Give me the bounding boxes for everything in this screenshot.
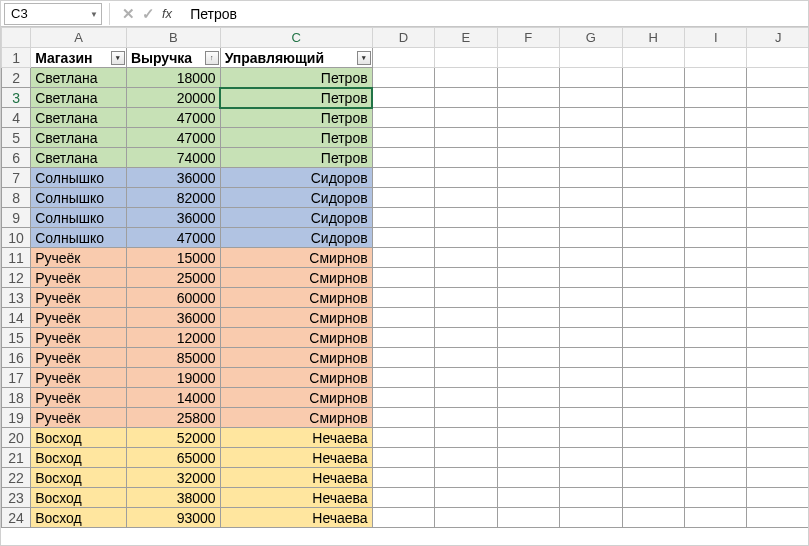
row-header[interactable]: 23 (2, 488, 31, 508)
cell[interactable] (747, 148, 809, 168)
cell[interactable]: Светлана (31, 68, 127, 88)
cell[interactable]: Солнышко (31, 168, 127, 188)
select-all-corner[interactable] (2, 28, 31, 48)
cell[interactable] (372, 268, 434, 288)
cell[interactable] (747, 488, 809, 508)
cell[interactable]: Ручеёк (31, 388, 127, 408)
cell[interactable]: 60000 (126, 288, 220, 308)
cell[interactable] (622, 508, 684, 528)
cell[interactable]: Нечаева (220, 448, 372, 468)
row-header[interactable]: 14 (2, 308, 31, 328)
cell[interactable]: Смирнов (220, 368, 372, 388)
cell[interactable] (372, 288, 434, 308)
table-header-A[interactable]: Магазин▾ (31, 48, 127, 68)
cell[interactable] (684, 268, 746, 288)
cell[interactable] (684, 488, 746, 508)
cell[interactable] (372, 368, 434, 388)
cell[interactable]: 12000 (126, 328, 220, 348)
formula-input[interactable] (182, 3, 808, 25)
cell[interactable]: Смирнов (220, 288, 372, 308)
cell[interactable]: 82000 (126, 188, 220, 208)
row-header[interactable]: 9 (2, 208, 31, 228)
cell[interactable]: 47000 (126, 228, 220, 248)
cell[interactable] (684, 48, 746, 68)
cell[interactable]: Нечаева (220, 488, 372, 508)
cell[interactable] (372, 328, 434, 348)
cell[interactable] (435, 308, 497, 328)
cell[interactable] (372, 88, 434, 108)
cell[interactable] (560, 108, 622, 128)
cell[interactable]: Петров (220, 68, 372, 88)
cell[interactable]: Солнышко (31, 188, 127, 208)
cell[interactable]: Смирнов (220, 268, 372, 288)
filter-sort-icon[interactable]: ↑ (205, 51, 219, 65)
cell[interactable] (372, 388, 434, 408)
cell[interactable]: 36000 (126, 308, 220, 328)
cell[interactable] (497, 208, 559, 228)
cell[interactable] (560, 128, 622, 148)
row-header[interactable]: 16 (2, 348, 31, 368)
cell[interactable]: Восход (31, 508, 127, 528)
cell[interactable] (684, 368, 746, 388)
cell[interactable] (622, 488, 684, 508)
cell[interactable] (372, 348, 434, 368)
cell[interactable] (435, 188, 497, 208)
cell[interactable] (684, 328, 746, 348)
cell[interactable]: 65000 (126, 448, 220, 468)
cell[interactable] (747, 448, 809, 468)
cell[interactable] (747, 248, 809, 268)
cell[interactable]: Ручеёк (31, 368, 127, 388)
cell[interactable] (435, 248, 497, 268)
cell[interactable] (622, 208, 684, 228)
row-header[interactable]: 4 (2, 108, 31, 128)
cell[interactable] (684, 408, 746, 428)
cell[interactable] (684, 128, 746, 148)
cell[interactable] (372, 228, 434, 248)
cell[interactable] (497, 268, 559, 288)
cell[interactable] (497, 468, 559, 488)
cell[interactable] (497, 428, 559, 448)
cell[interactable] (622, 268, 684, 288)
cell[interactable] (622, 148, 684, 168)
cell[interactable]: Сидоров (220, 168, 372, 188)
cell[interactable] (560, 308, 622, 328)
cell[interactable] (372, 48, 434, 68)
row-header[interactable]: 3 (2, 88, 31, 108)
cell[interactable] (497, 188, 559, 208)
cell[interactable] (684, 288, 746, 308)
cell[interactable] (684, 448, 746, 468)
cell[interactable] (372, 508, 434, 528)
cell[interactable]: 93000 (126, 508, 220, 528)
cell[interactable]: Восход (31, 468, 127, 488)
cell[interactable] (560, 448, 622, 468)
col-header-I[interactable]: I (684, 28, 746, 48)
cell[interactable]: Светлана (31, 148, 127, 168)
cell[interactable]: Светлана (31, 88, 127, 108)
cell[interactable] (435, 268, 497, 288)
fx-icon[interactable]: fx (162, 6, 172, 21)
cell[interactable] (560, 228, 622, 248)
cell[interactable] (747, 468, 809, 488)
cell[interactable] (435, 508, 497, 528)
cell[interactable]: Нечаева (220, 508, 372, 528)
cell[interactable] (560, 488, 622, 508)
cell[interactable] (497, 348, 559, 368)
cell[interactable]: Смирнов (220, 328, 372, 348)
cell[interactable] (622, 428, 684, 448)
cell[interactable] (684, 208, 746, 228)
cell[interactable] (372, 128, 434, 148)
col-header-J[interactable]: J (747, 28, 809, 48)
cell[interactable]: 19000 (126, 368, 220, 388)
row-header[interactable]: 12 (2, 268, 31, 288)
cell[interactable] (372, 488, 434, 508)
table-header-C[interactable]: Управляющий▾ (220, 48, 372, 68)
cell[interactable] (497, 508, 559, 528)
cell[interactable] (560, 68, 622, 88)
cell[interactable]: 47000 (126, 128, 220, 148)
cell[interactable]: 18000 (126, 68, 220, 88)
cell[interactable] (684, 508, 746, 528)
cell[interactable] (747, 188, 809, 208)
row-header[interactable]: 24 (2, 508, 31, 528)
cell[interactable]: Петров (220, 148, 372, 168)
cell[interactable]: Ручеёк (31, 308, 127, 328)
